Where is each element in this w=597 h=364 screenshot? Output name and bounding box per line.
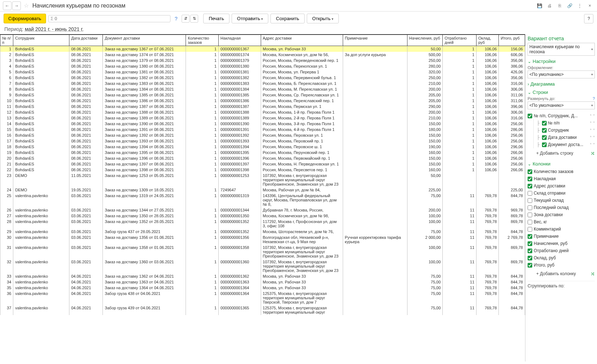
col-item-checkbox[interactable] [528, 213, 532, 217]
save-icon[interactable]: 💾 [535, 1, 544, 10]
table-row[interactable]: 36valentina.pavlenko04.06.2021Забор груз… [0, 291, 525, 305]
table-row[interactable]: 3BohdanES08.06.2021Заказ на доставку 137… [0, 58, 525, 63]
table-row[interactable]: 2BohdanES08.06.2021Заказ на доставку 137… [0, 52, 525, 58]
col-item-row[interactable]: Накладная [528, 175, 595, 182]
col-addr[interactable]: Адрес доставки [261, 35, 343, 46]
col-item-checkbox[interactable] [528, 220, 532, 224]
form-button[interactable]: Сформировать [4, 14, 46, 23]
more-icon[interactable]: ⋮ [575, 1, 584, 10]
help-button[interactable]: ? [584, 14, 593, 23]
settings-section[interactable]: Настройки [528, 59, 595, 64]
col-item-checkbox[interactable] [528, 205, 532, 210]
table-row[interactable]: 19BohdanES08.06.2021Заказ на доставку 13… [0, 150, 525, 155]
table-row[interactable]: 1BohdanES08.06.2021Заказ на доставку 136… [0, 46, 525, 52]
shuffle-icon[interactable]: ⤭ [591, 150, 595, 156]
forward-button[interactable]: → [12, 1, 21, 10]
open-button[interactable]: Открыть [307, 14, 339, 23]
table-row[interactable]: 5BohdanES08.06.2021Заказ на доставку 138… [0, 69, 525, 75]
help-question-icon[interactable]: ? [173, 16, 180, 22]
table-row[interactable]: 30valentina.pavlenko03.06.2021Заказ на д… [0, 235, 525, 245]
table-row[interactable]: 33valentina.pavlenko04.06.2021Заказ на д… [0, 273, 525, 279]
diagram-section[interactable]: Диаграмма [528, 81, 595, 87]
group-root-row[interactable]: № п/п, Сотрудник, Д... ˄˅ [528, 112, 595, 119]
print-button[interactable]: Печать [203, 14, 229, 23]
variant-select[interactable]: Начисления курьерам по геозона▾ [528, 43, 595, 56]
col-item-checkbox[interactable] [528, 249, 532, 253]
group-root-checkbox[interactable] [528, 114, 532, 118]
add-col-button[interactable]: + Добавить колонку⤭ [528, 269, 595, 279]
table-row[interactable]: 31valentina.pavlenko03.06.2021Заказ на д… [0, 245, 525, 259]
group-item-checkbox[interactable] [542, 142, 547, 147]
table-row[interactable]: 23DEMO11.05.2021Заказ на доставку 1253 о… [0, 173, 525, 187]
col-item-row[interactable]: Примечание [528, 233, 595, 240]
col-item-checkbox[interactable] [528, 184, 532, 188]
col-item-checkbox[interactable] [528, 263, 532, 268]
chevron-down-icon[interactable]: ˅ [593, 114, 595, 118]
col-emp[interactable]: Сотрудник [13, 35, 69, 46]
table-row[interactable]: 9BohdanES08.06.2021Заказ на доставку 138… [0, 92, 525, 98]
col-doc[interactable]: Документ доставки [103, 35, 186, 46]
table-row[interactable]: 15BohdanES08.06.2021Заказ на доставку 13… [0, 127, 525, 132]
expand-select[interactable]: <По умолчанию>▾ [528, 101, 595, 109]
table-row[interactable]: 4BohdanES08.06.2021Заказ на доставку 138… [0, 63, 525, 69]
table-row[interactable]: 16BohdanES08.06.2021Заказ на доставку 13… [0, 132, 525, 138]
table-row[interactable]: 29valentina.pavlenko03.06.2021Забор груз… [0, 229, 525, 235]
col-item-row[interactable]: Склад отправки [528, 190, 595, 197]
col-date[interactable]: Дата доставки [69, 35, 102, 46]
col-days[interactable]: Отработано дней [443, 35, 477, 46]
group-item-row[interactable]: ├ Дата доставки˄˅ [534, 134, 595, 141]
table-row[interactable]: 6BohdanES08.06.2021Заказ на доставку 138… [0, 75, 525, 81]
table-row[interactable]: 24DEMO19.05.2021Заказ на доставку 1309 о… [0, 187, 525, 193]
col-item-row[interactable]: Комментарий [528, 226, 595, 233]
col-item-checkbox[interactable] [528, 191, 532, 196]
table-row[interactable]: 13BohdanES08.06.2021Заказ на доставку 13… [0, 115, 525, 121]
export-icon[interactable]: ⎘ [555, 1, 564, 10]
table-row[interactable]: 14BohdanES08.06.2021Заказ на доставку 13… [0, 121, 525, 127]
col-item-row[interactable]: Итого, руб [528, 261, 595, 269]
group-item-row[interactable]: ├ Документ доста...˄˅ [534, 141, 595, 148]
col-item-row[interactable]: Вес, кг [528, 218, 595, 226]
col-item-checkbox[interactable] [528, 177, 532, 181]
report-table-area[interactable]: № п/п Сотрудник Дата доставки Документ д… [0, 34, 525, 361]
col-item-row[interactable]: Отработано дней [528, 247, 595, 254]
col-sal[interactable]: Оклад, руб [477, 35, 499, 46]
col-item-row[interactable]: Текущий склад [528, 197, 595, 204]
add-row-button[interactable]: + Добавить строку⤭ [528, 148, 595, 158]
col-acc[interactable]: Начисления, руб [407, 35, 443, 46]
col-note[interactable]: Примечание [343, 35, 407, 46]
table-row[interactable]: 12BohdanES08.06.2021Заказ на доставку 13… [0, 109, 525, 115]
table-row[interactable]: 37valentina.pavlenko04.06.2021Забор груз… [0, 305, 525, 315]
col-item-checkbox[interactable] [528, 234, 532, 239]
table-row[interactable]: 21BohdanES08.06.2021Заказ на доставку 13… [0, 161, 525, 167]
col-item-row[interactable]: Адрес доставки [528, 182, 595, 190]
table-row[interactable]: 22BohdanES08.06.2021Заказ на доставку 13… [0, 167, 525, 173]
col-item-row[interactable]: Последний склад [528, 204, 595, 211]
table-row[interactable]: 8BohdanES08.06.2021Заказ на доставку 138… [0, 86, 525, 92]
group-item-row[interactable]: ├ Сотрудник˄˅ [534, 127, 595, 134]
table-row[interactable]: 32valentina.pavlenko03.06.2021Заказ на д… [0, 259, 525, 273]
table-row[interactable]: 7BohdanES08.06.2021Заказ на доставку 138… [0, 81, 525, 86]
close-icon[interactable]: × [585, 1, 594, 10]
col-item-row[interactable]: Начисления, руб [528, 240, 595, 247]
search-text-field[interactable] [55, 16, 168, 21]
group-item-checkbox[interactable] [542, 135, 547, 140]
save-button[interactable]: Сохранить [270, 14, 305, 23]
col-item-row[interactable]: Оклад, руб [528, 254, 595, 261]
col-num[interactable]: № п/п [0, 35, 13, 46]
cols-section[interactable]: Колонки [528, 161, 595, 167]
col-item-row[interactable]: Количество заказов [528, 168, 595, 175]
group-item-row[interactable]: ├ № п/п˄˅ [534, 119, 595, 127]
help-icon[interactable]: ? [593, 96, 595, 101]
col-item-checkbox[interactable] [528, 227, 532, 232]
design-select[interactable]: <По умолчанию>▾ [528, 70, 595, 78]
table-row[interactable]: 27valentina.pavlenko03.06.2021Заказ на д… [0, 213, 525, 219]
table-row[interactable]: 18BohdanES08.06.2021Заказ на доставку 13… [0, 144, 525, 150]
col-inv[interactable]: Накладная [219, 35, 261, 46]
star-icon[interactable]: ☆ [24, 2, 29, 9]
table-row[interactable]: 17BohdanES08.06.2021Заказ на доставку 13… [0, 138, 525, 144]
col-item-checkbox[interactable] [528, 256, 532, 260]
group-item-checkbox[interactable] [542, 128, 547, 133]
print-icon[interactable]: 🖨 [545, 1, 554, 10]
col-item-checkbox[interactable] [528, 169, 532, 174]
col-item-checkbox[interactable] [528, 241, 532, 246]
